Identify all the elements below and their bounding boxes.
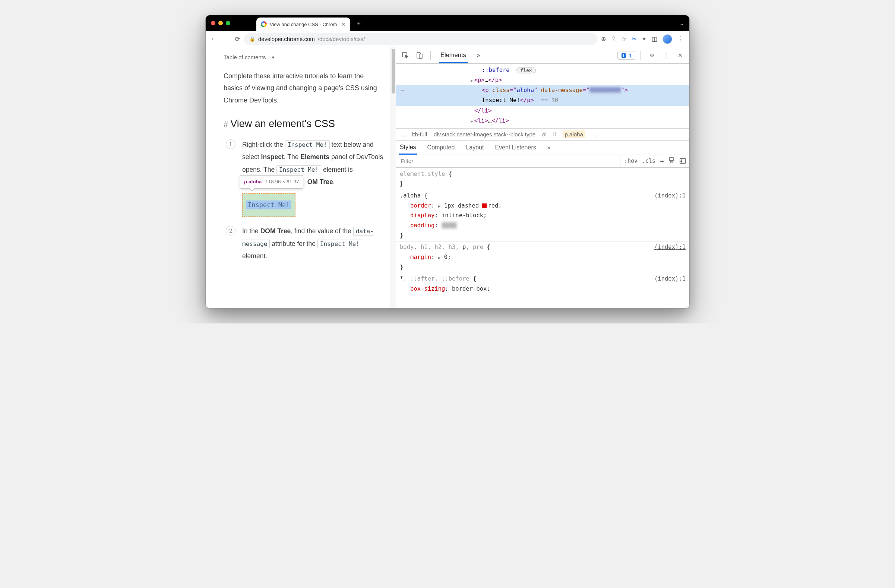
prop-value: border-box [452,285,487,292]
url-host: developer.chrome.com [258,36,315,42]
share-icon[interactable]: ⇪ [611,35,616,42]
styles-body[interactable]: element.style {} (index):1 .aloha { bord… [396,168,689,308]
computed-sidebar-icon[interactable]: ◀ [680,158,686,164]
extensions-icon[interactable]: ✦ [642,35,646,42]
pseudo-before: ::before [482,67,510,73]
sidepanel-icon[interactable]: ◫ [652,35,657,42]
browser-menu-icon[interactable]: ⋮ [677,35,683,42]
tag: </p> [520,97,534,104]
tabs-overflow-icon[interactable]: » [476,52,480,59]
close-devtools-icon[interactable]: ✕ [674,50,686,61]
issues-badge[interactable]: 1 [617,51,635,60]
selected-dom-row[interactable]: ⋯ <p class="aloha" data-message="XXXXXXX… [396,85,689,105]
dom-breadcrumb[interactable]: … lth-full div.stack.center-images.stack… [396,128,689,141]
styles-tabs: Styles Computed Layout Event Listeners » [396,141,689,155]
expand-caret-icon[interactable]: ▶ [470,78,474,83]
selector: * [400,275,403,282]
new-tab-button[interactable]: ＋ [354,18,364,28]
cls-toggle[interactable]: .cls [642,158,655,164]
selector: .aloha [400,192,421,199]
minimize-window-button[interactable] [218,21,223,25]
styles-tab[interactable]: Styles [399,141,417,155]
source-link[interactable]: (index):1 [654,191,686,201]
divider [640,51,641,60]
bold: DOM Tree [261,227,291,235]
reload-button[interactable]: ⟳ [235,35,240,43]
inspect-me-element[interactable]: Inspect Me! [242,193,296,217]
svg-rect-5 [623,56,624,57]
browser-tab[interactable]: View and change CSS - Chrom ✕ [256,18,350,31]
expand-caret-icon[interactable]: ▶ [470,119,474,124]
inspect-me-code-2: Inspect Me! [276,165,321,174]
text: . The [284,153,300,161]
content-split: Table of contents ▼ Complete these inter… [206,47,689,308]
computed-tab[interactable]: Computed [427,141,456,154]
toc-toggle[interactable]: Table of contents ▼ [224,54,386,66]
devtools-panel: Elements » 1 ⚙ ⋮ ✕ ::before flex ▶<p>… [396,47,689,308]
step-body: In the DOM Tree, find the value of the d… [242,225,386,262]
url-path: /docs/devtools/css/ [318,36,365,42]
svg-rect-6 [670,158,673,161]
lock-icon: 🔒 [249,36,255,42]
filter-tools: :hov .cls + ◀ [620,155,689,167]
tab-title: View and change CSS - Chrom [270,21,337,27]
page-content: Table of contents ▼ Complete these inter… [206,47,396,308]
scissors-extension-icon[interactable]: ✂︎ [631,35,636,42]
inspect-me-code: Inspect Me! [285,141,330,149]
crumb[interactable]: ol [542,131,547,138]
new-rule-icon[interactable]: + [660,157,664,165]
address-bar[interactable]: 🔒 developer.chrome.com/docs/devtools/css… [244,33,597,45]
crumb-overflow[interactable]: … [592,131,598,138]
layout-tab[interactable]: Layout [465,141,484,154]
page-heading: View an element's CSS [230,118,335,130]
crumb[interactable]: lth-full [412,131,427,138]
crumb-selected[interactable]: p.aloha [563,130,586,138]
tabs-overflow-icon[interactable]: » [547,141,551,154]
text-node: Inspect Me! [482,97,520,104]
issues-count: 1 [629,52,632,59]
scrollbar[interactable] [390,47,396,308]
styles-filter-row: :hov .cls + ◀ [396,155,689,168]
selector: element.style [400,171,445,177]
scrollbar-thumb[interactable] [391,49,395,94]
brush-icon[interactable] [669,157,675,165]
device-toggle-icon[interactable] [414,50,425,61]
star-icon[interactable]: ☆ [621,35,626,42]
prop-name: padding [410,222,434,229]
window-menu-chevron-icon[interactable]: ⌄ [679,20,684,27]
crumb[interactable]: div.stack.center-images.stack--block.typ… [434,131,535,138]
tooltip-selector: p.aloha [244,177,262,187]
hov-toggle[interactable]: :hov [624,158,637,164]
maximize-window-button[interactable] [226,21,230,25]
crumb[interactable]: li [553,131,556,138]
color-swatch-icon[interactable] [482,203,487,208]
prop-value: 1px dashed [444,202,482,209]
close-tab-icon[interactable]: ✕ [341,21,346,27]
step-number: 1 [226,139,235,149]
inspect-me-text: Inspect Me! [246,200,291,209]
source-link[interactable]: (index):1 [654,274,686,284]
tag: </li> [474,107,492,114]
zoom-icon[interactable]: ⊕ [601,35,606,42]
source-link[interactable]: (index):1 [654,242,686,252]
tag: <p> [474,77,485,83]
row-actions-icon[interactable]: ⋯ [400,85,404,95]
close-window-button[interactable] [211,21,215,25]
devtools-menu-icon[interactable]: ⋮ [660,50,671,61]
dom-tree[interactable]: ::before flex ▶<p>…</p> ⋯ <p class="aloh… [396,64,689,128]
devtools-header: Elements » 1 ⚙ ⋮ ✕ [396,47,689,64]
flex-badge[interactable]: flex [516,67,535,73]
back-button[interactable]: ← [209,35,218,43]
settings-gear-icon[interactable]: ⚙ [646,50,657,61]
inspect-element-icon[interactable] [400,50,411,61]
elements-tab[interactable]: Elements [439,48,468,63]
bold: Elements [300,153,329,161]
styles-filter-input[interactable] [396,158,620,164]
step-1: 1 Right-click the Inspect Me! text below… [226,139,386,217]
tag-name: p [485,87,488,94]
profile-avatar[interactable] [663,34,672,44]
chevron-down-icon: ▼ [271,55,275,60]
event-listeners-tab[interactable]: Event Listeners [494,141,537,154]
crumb-overflow[interactable]: … [400,131,405,138]
hash-anchor-icon[interactable]: # [224,120,228,129]
